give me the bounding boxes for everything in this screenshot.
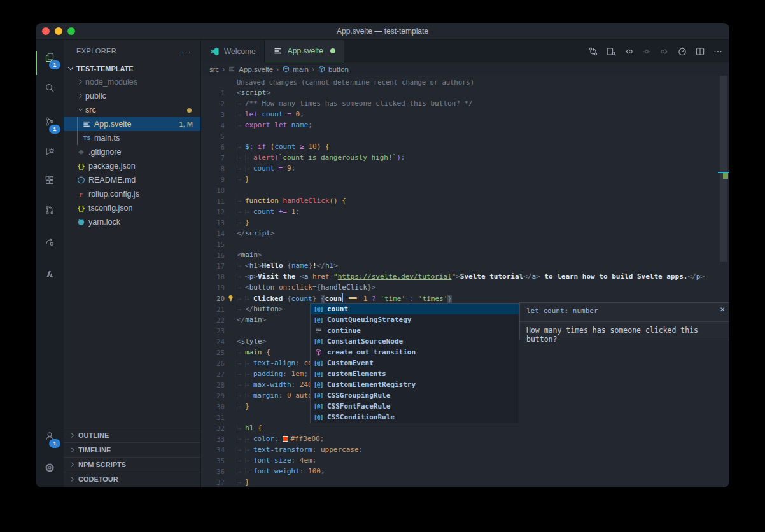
tab-app-svelte[interactable]: App.svelte [265,40,344,62]
info-icon [76,176,86,185]
code-line-33[interactable]: 33→→color: #ff3e00; [201,433,718,444]
code-line-5[interactable]: 5 [201,130,718,141]
tree-item-package.json[interactable]: {}package.json [64,159,200,173]
line-number: 33 [201,435,225,443]
activity-item-settings[interactable] [36,458,64,478]
tree-item-rollup.config.js[interactable]: rrollup.config.js [64,187,200,201]
activity-item-source-control[interactable]: 1 [36,111,64,132]
line-number: 4 [201,122,225,129]
activity-item-extensions[interactable] [36,170,64,190]
sidebar-section-npm-scripts[interactable]: NPM SCRIPTS [64,457,200,472]
breadcrumb-item-main[interactable]: main [282,65,309,73]
suggestion-CSSConditionRule[interactable]: [@]CSSConditionRule [311,412,519,423]
tree-item-yarn.lock[interactable]: yarn.lock [64,215,200,229]
activity-item-search[interactable] [36,78,64,98]
whitespace-tab-arrow: → [237,144,245,150]
chevron-right-icon [76,92,85,101]
code-line-2[interactable]: 2→/** How many times has someone clicked… [201,98,718,109]
sidebar-header: EXPLORER ··· [64,40,200,62]
tree-item-public[interactable]: public [64,89,200,103]
code-line-32[interactable]: 32→h1 { [201,423,718,433]
breadcrumb-item-app-svelte[interactable]: App.svelte [228,65,273,73]
code-line-3[interactable]: 3→let count = 0; [201,109,718,120]
code-line-14[interactable]: 14</script> [201,228,718,239]
tree-item-node_modules[interactable]: node_modules [64,75,200,89]
code-line-1[interactable]: 1<script> [201,87,718,98]
code-line-17[interactable]: 17→<h1>Hello {name}!</h1> [201,260,718,271]
code-line-10[interactable]: 10 [201,185,718,195]
tree-item-README.md[interactable]: README.md [64,173,200,187]
tab-welcome[interactable]: Welcome [201,40,265,62]
activity-item-azure[interactable] [36,264,64,284]
activity-item-github-pull-requests[interactable] [36,200,64,220]
suggestion-CustomElementRegistry[interactable]: [@]CustomElementRegistry [311,379,519,390]
tree-item-App.svelte[interactable]: App.svelte1, M [64,117,200,131]
symbol-cube-icon [318,65,326,73]
chevron-right-icon [76,78,85,87]
sidebar-section-timeline[interactable]: TIMELINE [64,442,200,457]
whitespace-tab-arrow: → [245,155,253,161]
nav-current-icon[interactable] [641,46,652,57]
code-line-4[interactable]: 4→export let name; [201,120,718,130]
activity-item-live-share[interactable] [36,232,64,252]
code-line-34[interactable]: 34→→text-transform: uppercase; [201,444,718,455]
code-line-37[interactable]: 37→} [201,477,718,487]
code-editor[interactable]: Unsaved changes (cannot determine recent… [201,76,729,487]
tree-item-src[interactable]: src [64,103,200,117]
open-preview-icon[interactable] [605,46,616,57]
activity-item-run-debug[interactable] [36,141,64,162]
suggestion-CustomEvent[interactable]: [@]CustomEvent [311,358,519,368]
code-line-19[interactable]: 19→<button on:click={handleClick}> [201,282,718,293]
code-line-18[interactable]: 18→<p>Visit the <a href="https://svelte.… [201,271,718,282]
code-line-15[interactable]: 15 [201,239,718,249]
suggestion-ConstantSourceNode[interactable]: [@]ConstantSourceNode [311,336,519,347]
more-actions-icon[interactable]: ··· [181,46,192,56]
tree-root-folder[interactable]: TEST-TEMPLATE [64,62,200,75]
activity-item-explorer[interactable]: 1 [36,47,64,67]
suggestion-continue[interactable]: continue [311,325,519,336]
suggestion-CountQueuingStrategy[interactable]: [@]CountQueuingStrategy [311,314,519,325]
whitespace-tab-arrow: → [237,155,245,161]
whitespace-tab-arrow: → [245,447,253,453]
tree-item-tsconfig.json[interactable]: {}tsconfig.json [64,201,200,215]
minimize-window-button[interactable] [55,27,62,35]
lightbulb-icon[interactable] [225,294,237,302]
open-changes-icon[interactable] [587,46,598,57]
activity-item-accounts[interactable]: 1 [36,426,64,446]
code-line-6[interactable]: 6→$: if (count ≥ 10) { [201,141,718,152]
code-line-12[interactable]: 12→→count += 1; [201,206,718,217]
split-editor-icon[interactable] [694,46,705,57]
scrollbar[interactable] [718,76,729,487]
code-line-9[interactable]: 9→} [201,174,718,185]
more-actions-icon[interactable] [712,46,723,57]
nav-forward-icon[interactable] [659,46,670,57]
suggestion-CSSFontFaceRule[interactable]: [@]CSSFontFaceRule [311,401,519,412]
close-window-button[interactable] [42,27,50,35]
suggestion-customElements[interactable]: [@]customElements [311,368,519,379]
code-line-35[interactable]: 35→→font-size: 4em; [201,455,718,466]
code-line-7[interactable]: 7→→alert(`count is dangerously high!`); [201,152,718,163]
code-line-36[interactable]: 36→→font-weight: 100; [201,466,718,477]
code-line-8[interactable]: 8→→count = 9; [201,163,718,174]
run-tour-icon[interactable] [677,46,687,57]
code-line-13[interactable]: 13→} [201,217,718,228]
sidebar-section-codetour[interactable]: CODETOUR [64,472,200,486]
tree-item-main.ts[interactable]: TSmain.ts [64,131,200,145]
code-line-11[interactable]: 11→function handleClick() { [201,195,718,206]
tree-item-.gitignore[interactable]: .gitignore [64,145,200,159]
line-number: 17 [201,262,225,270]
whitespace-tab-arrow: → [245,468,253,475]
suggestion-create_out_transition[interactable]: create_out_transition [311,347,519,358]
sidebar-section-outline[interactable]: OUTLINE [64,428,200,442]
zoom-window-button[interactable] [67,27,75,35]
suggestion-CSSGroupingRule[interactable]: [@]CSSGroupingRule [311,390,519,401]
scrollbar-thumb[interactable] [720,76,727,262]
breadcrumb-item-src[interactable]: src [209,66,219,73]
file-name: App.svelte [94,120,131,129]
breadcrumb-item-button[interactable]: button [318,65,349,73]
code-line-16[interactable]: 16<main> [201,249,718,260]
close-icon[interactable]: × [720,304,725,314]
git-status-badge: 1, M [179,120,193,128]
suggestion-count[interactable]: [@]count [311,304,519,314]
nav-back-icon[interactable] [623,46,634,57]
